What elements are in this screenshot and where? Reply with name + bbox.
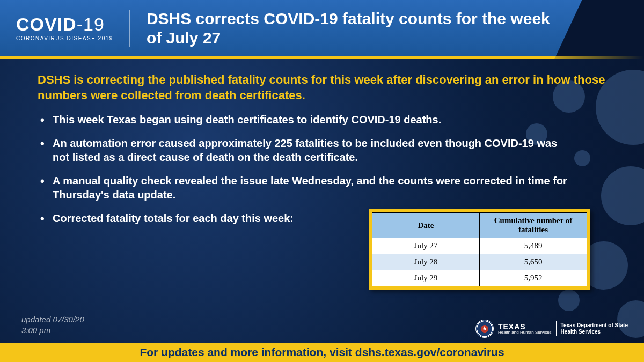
main-content: DSHS is correcting the published fatalit… [0, 59, 644, 225]
fatality-table: Date Cumulative number of fatalities Jul… [369, 209, 590, 290]
updated-timestamp: updated 07/30/20 3:00 pm [21, 314, 84, 335]
footer-text: For updates and more information, visit … [140, 346, 504, 359]
page-title: DSHS corrects COVID-19 fatality counts f… [130, 9, 560, 48]
footer-bar: For updates and more information, visit … [0, 343, 644, 362]
agency-dept1: Health and Human Services [498, 330, 552, 335]
bullet-item: This week Texas began using death certif… [38, 113, 574, 127]
bullet-item: A manual quality check revealed the issu… [38, 174, 574, 202]
lead-text: DSHS is correcting the published fatalit… [38, 72, 612, 103]
agency-state: TEXAS [498, 323, 552, 330]
agency-branding: TEXAS Health and Human Services Texas De… [475, 320, 628, 338]
bullet-item: An automation error caused approximately… [38, 136, 574, 164]
table-row: July 27 5,489 [372, 238, 587, 254]
agency-divider [556, 321, 557, 336]
header-corner-cut [554, 0, 644, 59]
table-row: July 28 5,650 [372, 254, 587, 270]
bullet-list: This week Texas began using death certif… [38, 113, 612, 225]
header: COVID-19 CORONAVIRUS DISEASE 2019 DSHS c… [0, 0, 644, 59]
logo-main: COVID-19 [16, 15, 113, 33]
table-header: Cumulative number of fatalities [480, 213, 587, 238]
logo-sub: CORONAVIRUS DISEASE 2019 [16, 35, 113, 41]
agency-dept2a: Texas Department of State [561, 322, 628, 329]
table-row: July 29 5,952 [372, 270, 587, 286]
agency-dept2b: Health Services [561, 329, 628, 335]
table-header: Date [372, 213, 480, 238]
covid19-logo: COVID-19 CORONAVIRUS DISEASE 2019 [0, 10, 130, 47]
texas-seal-icon [475, 320, 494, 338]
